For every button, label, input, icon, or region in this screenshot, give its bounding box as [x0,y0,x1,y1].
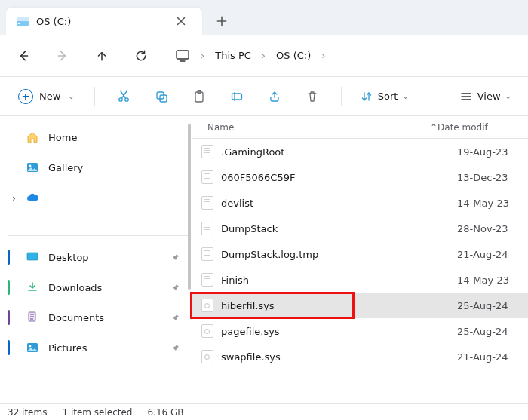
gallery-icon [26,161,39,174]
file-row[interactable]: swapfile.sys21-Aug-24 [192,344,528,369]
chevron-right-icon: › [321,50,325,61]
nav-back-button[interactable] [11,43,36,69]
sidebar-item-desktop[interactable]: Desktop [8,244,188,271]
pin-icon [170,282,180,293]
file-icon [201,170,213,184]
file-row[interactable]: devlist14-May-23 [192,190,528,216]
pc-icon[interactable] [175,48,190,63]
sidebar-item-label: Documents [48,312,104,323]
new-label: New [39,90,60,102]
new-button[interactable]: + New ⌄ [11,86,82,107]
chevron-down-icon: ⌄ [402,92,408,100]
file-row[interactable]: DumpStack28-Nov-23 [192,216,528,241]
status-item-count: 32 items [8,407,47,418]
file-name: 060F5066C59F [221,172,450,183]
delete-button[interactable] [296,83,329,110]
sidebar-item-home[interactable]: Home [8,124,188,151]
file-row[interactable]: DumpStack.log.tmp21-Aug-24 [192,241,528,267]
nav-forward-button[interactable] [50,43,75,69]
file-date: 25-Aug-24 [457,326,528,337]
file-date: 14-May-23 [457,274,528,286]
column-header-name[interactable]: Name [192,122,430,133]
plus-circle-icon: + [18,89,33,104]
sidebar-item-label: Desktop [48,252,89,263]
file-name: hiberfil.sys [221,300,450,311]
svg-rect-10 [232,94,241,100]
file-name: DumpStack.log.tmp [221,249,450,260]
chevron-right-icon: › [201,50,204,61]
file-list: Name ⌃ Date modif .GamingRoot19-Aug-2306… [192,116,528,403]
accent-bar [8,310,10,325]
file-row[interactable]: Finish14-May-23 [192,267,528,293]
breadcrumb-this-pc[interactable]: This PC [215,50,251,61]
nav-refresh-button[interactable] [128,43,154,69]
file-icon [201,273,213,287]
cut-button[interactable] [107,83,140,110]
file-icon [201,299,213,312]
download-icon [26,281,39,294]
file-name: DumpStack [221,223,450,235]
view-label: View [477,90,501,102]
column-header-date[interactable]: Date modif [437,122,528,133]
breadcrumb: › This PC › OS (C:) › [175,48,325,63]
file-row[interactable]: .GamingRoot19-Aug-23 [192,139,528,164]
file-row[interactable]: 060F5066C59F13-Dec-23 [192,164,528,190]
chevron-down-icon: ⌄ [505,92,511,100]
file-date: 21-Aug-24 [457,351,528,363]
column-headers: Name ⌃ Date modif [192,116,528,139]
sidebar-item-gallery[interactable]: Gallery [8,154,188,181]
sidebar: Home Gallery Desktop [0,116,192,403]
view-button[interactable]: View ⌄ [453,90,517,103]
svg-point-12 [29,165,32,167]
svg-point-17 [29,345,32,348]
sidebar-scrollbar[interactable] [188,124,191,290]
sort-indicator-icon: ⌃ [430,122,437,133]
file-date: 28-Nov-23 [457,223,528,235]
file-date: 25-Aug-24 [457,300,528,311]
file-name: .GamingRoot [221,146,450,158]
file-icon [201,247,213,261]
paste-button[interactable] [183,83,216,110]
status-selection-count: 1 item selected [62,407,132,418]
tab-title: OS (C:) [36,16,163,27]
sidebar-item-label: Gallery [48,162,83,173]
file-icon [201,324,213,338]
accent-bar [8,280,10,295]
sidebar-separator [8,235,188,236]
accent-bar [8,250,10,265]
new-tab-button[interactable] [207,8,237,35]
sidebar-item-pictures[interactable]: Pictures [8,334,188,361]
rename-button[interactable] [220,83,253,110]
copy-button[interactable] [145,83,178,110]
file-name: devlist [221,198,450,209]
separator [341,87,342,106]
pin-icon [170,342,180,353]
svg-rect-1 [17,17,29,21]
file-date: 19-Aug-23 [457,146,528,158]
chevron-right-icon: › [262,50,266,61]
nav-up-button[interactable] [89,43,115,69]
close-tab-button[interactable] [170,11,192,32]
file-date: 13-Dec-23 [457,172,528,183]
sidebar-item-documents[interactable]: Documents [8,304,188,331]
sort-button[interactable]: Sort ⌄ [354,90,415,103]
file-name: swapfile.sys [221,351,450,363]
sidebar-item-downloads[interactable]: Downloads [8,274,188,301]
breadcrumb-drive[interactable]: OS (C:) [276,50,311,61]
file-icon [201,350,213,363]
pin-icon [170,252,180,262]
pictures-icon [26,341,39,354]
sidebar-item-label: Downloads [48,282,102,293]
status-bar: 32 items 1 item selected 6.16 GB [0,403,528,420]
svg-rect-3 [177,51,189,59]
sidebar-item-label: Home [48,132,77,143]
browser-tab[interactable]: OS (C:) [6,8,202,35]
share-button[interactable] [258,83,291,110]
file-date: 14-May-23 [457,198,528,209]
file-row[interactable]: hiberfil.sys25-Aug-24 [192,293,528,318]
sidebar-item-onedrive[interactable] [8,184,188,211]
file-icon [201,145,213,158]
file-icon [201,196,213,210]
svg-rect-13 [27,253,38,260]
file-row[interactable]: pagefile.sys25-Aug-24 [192,318,528,344]
